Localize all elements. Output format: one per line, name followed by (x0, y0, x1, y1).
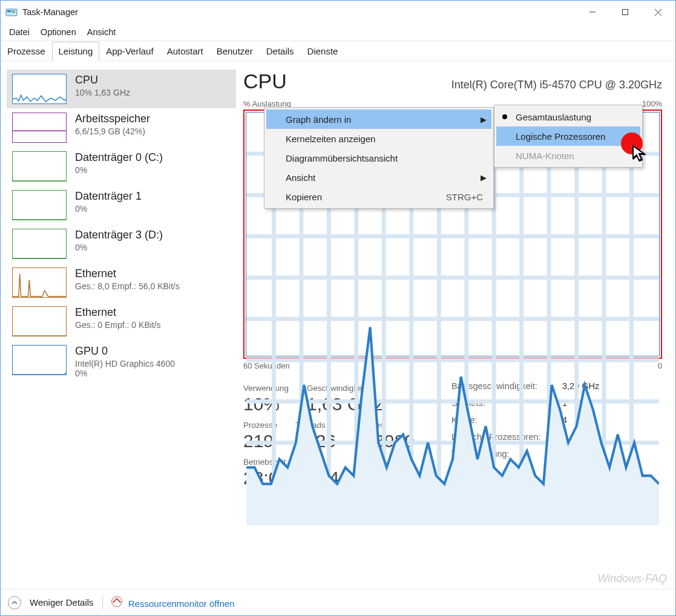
sidebar-item-6[interactable]: EthernetGes.: 0 Empf.: 0 KBit/s (7, 302, 236, 341)
menubar: Datei Optionen Ansicht (1, 24, 675, 41)
sidebar-thumb-icon (12, 267, 67, 298)
tab-autostart[interactable]: Autostart (160, 42, 210, 61)
cursor-icon (632, 145, 648, 165)
sidebar-item-sub: 10% 1,63 GHz (75, 88, 130, 97)
sidebar-item-7[interactable]: GPU 0Intel(R) HD Graphics 46000% (7, 341, 236, 382)
ctx-shortcut: STRG+C (446, 192, 483, 202)
close-button[interactable] (642, 1, 674, 24)
ctx-item[interactable]: Diagrammübersichtsansicht (266, 148, 491, 168)
sidebar-item-3[interactable]: Datenträger 10% (7, 186, 236, 224)
minimize-button[interactable] (576, 1, 609, 24)
ctx-sub-item[interactable]: Gesamtauslastung (496, 107, 640, 126)
chevron-up-icon[interactable] (8, 596, 21, 609)
fewer-details-button[interactable]: Weniger Details (30, 597, 94, 608)
sidebar-item-sub: 0% (75, 165, 163, 175)
sidebar-item-title: Ethernet (75, 267, 180, 280)
sidebar-item-title: Ethernet (75, 306, 161, 319)
resource-monitor-icon (111, 596, 122, 607)
tab-dienste[interactable]: Dienste (301, 42, 345, 61)
tab-details[interactable]: Details (260, 42, 301, 61)
maximize-button[interactable] (609, 1, 642, 24)
ctx-sub-item[interactable]: Logische Prozessoren (496, 126, 640, 146)
chart-y-max: 100% (642, 99, 662, 108)
sidebar-item-0[interactable]: CPU10% 1,63 GHz (7, 70, 236, 108)
sidebar-item-1[interactable]: Arbeitsspeicher6,6/15,9 GB (42%) (7, 108, 236, 147)
tab-app-verlauf[interactable]: App-Verlauf (99, 42, 160, 61)
sidebar-item-title: GPU 0 (75, 345, 175, 358)
divider (102, 596, 103, 609)
sidebar-item-title: CPU (75, 74, 130, 87)
tab-prozesse[interactable]: Prozesse (1, 42, 52, 61)
ctx-item[interactable]: KopierenSTRG+C (266, 187, 491, 206)
svg-rect-2 (11, 10, 15, 11)
sidebar-item-4[interactable]: Datenträger 3 (D:)0% (7, 224, 236, 263)
sidebar-item-sub: 0% (75, 204, 142, 214)
ctx-sub-item: NUMA-Knoten (496, 146, 640, 165)
ctx-label: Gesamtauslastung (516, 112, 591, 122)
sidebar-item-title: Datenträger 3 (D:) (75, 229, 163, 241)
menu-view[interactable]: Ansicht (82, 25, 121, 39)
tab-leistung[interactable]: Leistung (52, 42, 100, 61)
svg-rect-5 (623, 10, 628, 15)
sidebar: CPU10% 1,63 GHzArbeitsspeicher6,6/15,9 G… (1, 61, 240, 589)
sidebar-item-5[interactable]: EthernetGes.: 8,0 Empf.: 56,0 KBit/s (7, 263, 236, 302)
sidebar-item-sub: Intel(R) HD Graphics 4600 (75, 359, 175, 369)
main-panel: CPU Intel(R) Core(TM) i5-4570 CPU @ 3.20… (240, 61, 675, 589)
ctx-label: Kernelzeiten anzeigen (286, 134, 375, 144)
ctx-label: Logische Prozessoren (516, 131, 605, 142)
sidebar-thumb-icon (12, 113, 67, 143)
chevron-right-icon: ▶ (481, 115, 487, 124)
sidebar-item-title: Datenträger 1 (75, 190, 142, 203)
sidebar-item-title: Datenträger 0 (C:) (75, 151, 163, 164)
menu-options[interactable]: Optionen (36, 25, 81, 39)
ctx-label: NUMA-Knoten (516, 151, 574, 161)
context-menu[interactable]: Graph ändern in▶Kernelzeiten anzeigenDia… (264, 107, 494, 209)
menu-file[interactable]: Datei (4, 25, 34, 39)
ctx-label: Diagrammübersichtsansicht (286, 153, 398, 163)
sidebar-thumb-icon (12, 345, 67, 375)
sidebar-thumb-icon (12, 151, 67, 182)
sidebar-item-sub: 0% (75, 369, 175, 378)
sidebar-item-2[interactable]: Datenträger 0 (C:)0% (7, 147, 236, 186)
ctx-item[interactable]: Ansicht▶ (266, 168, 491, 187)
sidebar-thumb-icon (12, 306, 67, 336)
sidebar-thumb-icon (12, 190, 67, 220)
svg-rect-3 (11, 12, 15, 13)
window-title: Task-Manager (22, 7, 78, 17)
ctx-item[interactable]: Graph ändern in▶ (266, 110, 491, 129)
ctx-label: Ansicht (286, 172, 315, 183)
app-icon (5, 7, 18, 17)
ctx-item[interactable]: Kernelzeiten anzeigen (266, 129, 491, 148)
sidebar-item-sub: Ges.: 8,0 Empf.: 56,0 KBit/s (75, 281, 180, 291)
footer: Weniger Details Ressourcenmonitor öffnen (1, 589, 675, 615)
cpu-model: Intel(R) Core(TM) i5-4570 CPU @ 3.20GHz (451, 79, 662, 91)
sidebar-thumb-icon (12, 229, 67, 259)
svg-rect-1 (7, 10, 11, 12)
page-title: CPU (243, 70, 287, 93)
sidebar-item-sub: 6,6/15,9 GB (42%) (75, 126, 150, 136)
context-submenu[interactable]: GesamtauslastungLogische ProzessorenNUMA… (494, 105, 643, 168)
resource-monitor-link[interactable]: Ressourcenmonitor öffnen (111, 596, 235, 609)
sidebar-item-title: Arbeitsspeicher (75, 113, 150, 125)
sidebar-item-sub: Ges.: 0 Empf.: 0 KBit/s (75, 320, 161, 330)
bullet-icon (502, 114, 507, 119)
sidebar-thumb-icon (12, 74, 67, 104)
tab-benutzer[interactable]: Benutzer (210, 42, 260, 61)
task-manager-window: Task-Manager Datei Optionen Ansicht Proz… (0, 0, 676, 616)
titlebar[interactable]: Task-Manager (1, 1, 675, 24)
ctx-label: Graph ändern in (286, 114, 351, 125)
tabbar: Prozesse Leistung App-Verlauf Autostart … (1, 41, 675, 61)
ctx-label: Kopieren (286, 192, 322, 202)
sidebar-item-sub: 0% (75, 243, 163, 252)
chevron-right-icon: ▶ (481, 173, 487, 182)
